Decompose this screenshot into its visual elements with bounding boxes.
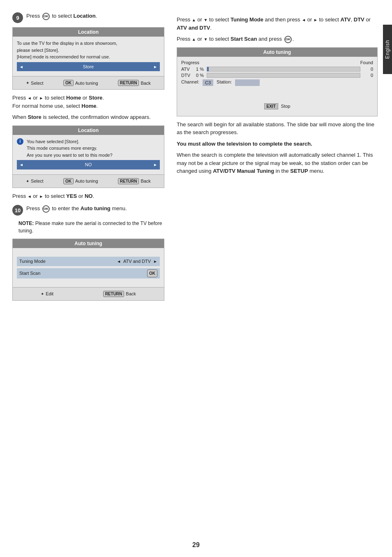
auto-tuning-right-title: Auto tuning (177, 48, 377, 57)
arrow-left-store (19, 63, 23, 70)
exit-key: EXIT (264, 103, 278, 109)
dtv-row: DTV 0 % 0 (181, 73, 373, 78)
note-label: NOTE: (18, 220, 34, 226)
arrow-left-no (19, 161, 23, 168)
station-value (235, 79, 260, 86)
tuning-mode-value: ATV and DTV (123, 258, 151, 265)
footer-back2: RETURN Back (118, 178, 151, 184)
dtv-found: 0 (363, 73, 373, 78)
step9-para1: Press or to select Home or Store. For no… (12, 94, 164, 110)
location-dialog2-footer: ✦ Select OK Auto tuning RETURN Back (13, 174, 164, 188)
start-scan-label: Start Scan (19, 270, 147, 277)
step10-intro: Press OK to enter the Auto tuning menu. (26, 205, 164, 213)
at-spacer (181, 88, 373, 100)
channel-value: C3 (203, 79, 213, 86)
tuning-mode-label: Tuning Mode (19, 258, 117, 265)
arrow-up-1 (192, 16, 196, 23)
atv-found: 0 (363, 67, 373, 72)
footer-auto2: OK Auto tuning (63, 178, 98, 184)
auto-tuning-table: Progress Found ATV 1 % 0 DTV 0 % (177, 57, 377, 116)
step9-header: 9 Press OK to select Location. (12, 12, 164, 23)
location-dialog2-title: Location (13, 126, 164, 135)
location-dialog2: Location i You have selected [Store]. Th… (12, 125, 164, 188)
footer-auto1-label: Auto tuning (75, 81, 98, 86)
arrow-left-home (28, 95, 32, 101)
step9-para2: When Store is selected, the confirmation… (12, 113, 164, 121)
step10-note: NOTE: Please make sure the aerial is con… (18, 220, 164, 234)
step9-para4: Press or to select YES or NO. (12, 192, 164, 200)
footer-auto1: OK Auto tuning (63, 80, 98, 86)
footer-back1-label: Back (141, 81, 150, 86)
arrow-left-2 (302, 16, 306, 23)
location-dialog1-selected: Store (17, 62, 160, 72)
arrow-down-2 (204, 36, 208, 42)
location-dialog1-line2: please select [Store]. (17, 47, 160, 54)
store-value: Store (83, 63, 94, 70)
english-tab: English (383, 25, 392, 74)
footer-back3: RETURN Back (103, 291, 136, 297)
location-dialog2-line2: This mode consumes more energy. (27, 145, 113, 152)
ok-icon-step10: OK (42, 205, 50, 213)
dtv-percent: 0 % (196, 73, 204, 78)
atv-percent: 1 % (196, 67, 204, 72)
channel-row: Channel: C3 Station: (181, 79, 373, 86)
location-dialog1-line3: [Home] mode is recommended for normal us… (17, 53, 160, 60)
right-para1: Press or to select Tuning Mode and then … (177, 16, 378, 32)
location-dialog1-title: Location (13, 28, 164, 37)
location-dialog1-footer: ✦ Select OK Auto tuning RETURN Back (13, 76, 164, 89)
auto-tuning-footer: ✦ Edit RETURN Back (13, 287, 164, 300)
step9-intro: Press OK to select Location. (26, 12, 164, 20)
return-key3: RETURN (103, 291, 125, 297)
footer-edit-label: Edit (46, 291, 53, 296)
atv-progress-fill (207, 67, 209, 71)
at-header-found: Found (360, 60, 373, 65)
location-dialog2-line3: Are you sure you want to set to this mod… (27, 152, 113, 159)
arrow-left-yes (28, 193, 32, 199)
arrow-left-tuning: ◄ (117, 258, 121, 265)
right-column: Press or to select Tuning Mode and then … (177, 12, 378, 305)
station-label: Station: (217, 79, 232, 86)
arrow-right-home (39, 95, 44, 101)
location-dialog2-body: i You have selected [Store]. This mode c… (13, 135, 164, 174)
exit-stop-row: EXIT Stop (181, 100, 373, 113)
auto-tuning-body: Tuning Mode ◄ ATV and DTV ► Start Scan O… (13, 248, 164, 287)
bold-para: You must allow the television to complet… (177, 140, 378, 148)
info-icon: i (17, 138, 23, 145)
location-dialog1-body: To use the TV for the display in a store… (13, 37, 164, 76)
start-scan-row: Start Scan OK (17, 268, 160, 278)
footer-select1-label: Select (31, 81, 44, 86)
arrow-right-yes (39, 193, 44, 199)
arrow-right-tuning: ► (153, 258, 157, 265)
no-value: NO (85, 161, 92, 168)
auto-tuning-dialog: Auto tuning Tuning Mode ◄ ATV and DTV ► … (12, 239, 164, 301)
at-header-progress: Progress (181, 60, 199, 65)
location-dialog2-selected: NO (17, 160, 160, 169)
select-icon2: ✦ (26, 179, 29, 183)
location-dialog2-line1: You have selected [Store]. (27, 138, 113, 145)
footer-select2: ✦ Select (26, 178, 44, 184)
footer-back1: RETURN Back (118, 80, 151, 86)
search-para1: The search will begin for all available … (177, 121, 378, 137)
dtv-label: DTV (181, 73, 194, 78)
select-icon1: ✦ (26, 81, 29, 85)
ok-key2: OK (63, 178, 74, 184)
footer-edit: ✦ Edit (41, 291, 53, 297)
footer-back2-label: Back (141, 179, 150, 183)
footer-select1: ✦ Select (26, 80, 44, 86)
search-para2: When the search is complete the televisi… (177, 151, 378, 175)
location-dialog2-lines: You have selected [Store]. This mode con… (27, 138, 113, 159)
atv-progress-bar (207, 67, 360, 72)
left-column: 9 Press OK to select Location. Location … (12, 12, 164, 305)
ok-key1: OK (63, 80, 74, 86)
footer-back3-label: Back (126, 291, 136, 296)
step10-badge: 10 (12, 205, 23, 216)
dtv-progress-bar (207, 73, 360, 78)
atv-row: ATV 1 % 0 (181, 67, 373, 72)
channel-label: Channel: (181, 79, 199, 86)
location-dialog2-info: i You have selected [Store]. This mode c… (17, 138, 160, 159)
ok-icon-step9: OK (42, 13, 50, 20)
footer-select2-label: Select (31, 179, 44, 183)
return-key1: RETURN (118, 80, 139, 86)
auto-tuning-right-dialog: Auto tuning Progress Found ATV 1 % 0 (177, 47, 378, 116)
right-para2: Press or to select Start Scan and press … (177, 35, 378, 43)
